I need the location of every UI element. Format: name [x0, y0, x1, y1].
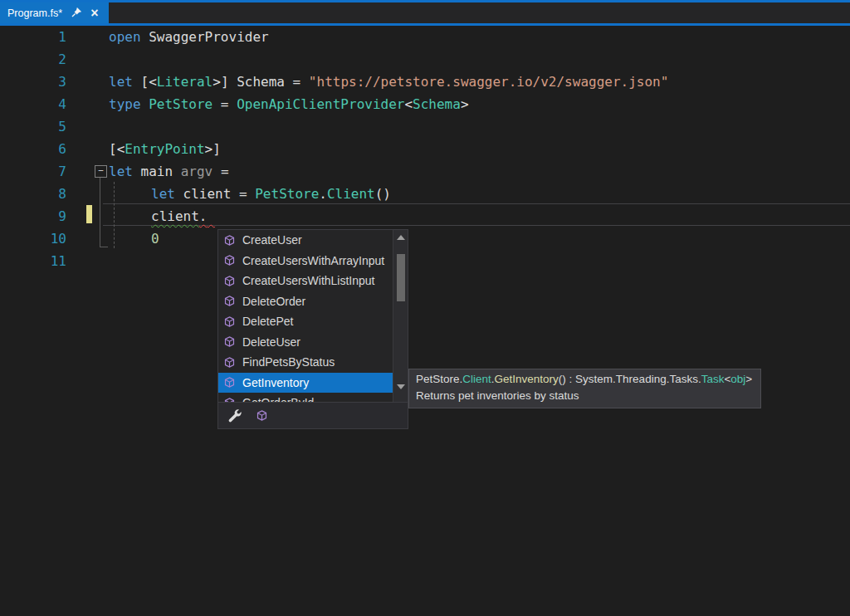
- completion-item-label: CreateUsersWithArrayInput: [242, 254, 384, 267]
- code-text: client.: [151, 205, 215, 227]
- line-number: 2: [0, 48, 66, 71]
- line-number: 5: [0, 115, 66, 138]
- code-line-6[interactable]: 6[<EntryPoint>]: [0, 138, 850, 160]
- code-text: 0: [151, 227, 159, 250]
- completion-list[interactable]: CreateUserCreateUsersWithArrayInputCreat…: [218, 230, 393, 402]
- code-token: [141, 96, 149, 112]
- wrench-icon[interactable]: [227, 408, 242, 423]
- code-token: () : System.Threading.Tasks.: [559, 373, 701, 385]
- code-token: [<: [133, 74, 157, 90]
- completion-item-GetOrderById[interactable]: GetOrderById: [218, 393, 393, 402]
- code-token: OpenApiClientProvider: [237, 96, 404, 112]
- code-token: let: [151, 186, 175, 202]
- tab-program-fs[interactable]: Program.fs* ×: [0, 2, 109, 23]
- code-token: let: [109, 74, 133, 90]
- intellisense-popup: CreateUserCreateUsersWithArrayInputCreat…: [217, 229, 408, 429]
- scroll-down-arrow-icon[interactable]: [397, 384, 405, 389]
- completion-item-label: CreateUsersWithListInput: [242, 274, 375, 287]
- completion-item-GetInventory[interactable]: GetInventory: [218, 373, 393, 394]
- code-line-10[interactable]: 100: [0, 227, 850, 250]
- line-number: 8: [0, 183, 66, 205]
- code-token: client: [151, 208, 199, 224]
- code-token: SwaggerProvider: [141, 29, 269, 45]
- method-cube-icon: [224, 377, 235, 388]
- code-token: =: [212, 164, 228, 179]
- code-text: let [<Literal>] Schema = "https://petsto…: [109, 71, 668, 93]
- code-line-11[interactable]: 11: [0, 250, 850, 272]
- completion-item-label: GetInventory: [242, 376, 309, 389]
- line-number: 11: [0, 250, 66, 272]
- code-token: [<: [109, 141, 125, 157]
- code-editor[interactable]: 1open SwaggerProvider23let [<Literal>] S…: [0, 26, 850, 616]
- code-line-1[interactable]: 1open SwaggerProvider: [0, 26, 850, 48]
- code-token: Schema: [413, 96, 461, 112]
- scrollbar-thumb[interactable]: [397, 254, 405, 301]
- code-token: PetStore: [149, 96, 212, 112]
- tooltip-description: Returns pet inventories by status: [416, 388, 752, 404]
- pin-icon[interactable]: [70, 7, 81, 19]
- code-token: >]: [212, 74, 237, 90]
- code-token: .: [199, 208, 208, 224]
- method-cube-icon: [224, 235, 235, 246]
- method-cube-icon: [224, 357, 235, 368]
- line-number: 3: [0, 71, 66, 93]
- code-line-7[interactable]: 7let main argv =: [0, 160, 850, 183]
- code-token: EntryPoint: [125, 141, 204, 157]
- code-line-3[interactable]: 3let [<Literal>] Schema = "https://petst…: [0, 71, 850, 93]
- tab-title: Program.fs*: [7, 7, 62, 19]
- method-cube-icon: [224, 255, 235, 266]
- code-token: type: [109, 96, 141, 112]
- completion-item-label: FindPetsByStatus: [242, 355, 335, 369]
- code-line-4[interactable]: 4type PetStore = OpenApiClientProvider<S…: [0, 93, 850, 115]
- close-icon[interactable]: ×: [89, 7, 100, 19]
- completion-item-label: DeleteUser: [242, 335, 300, 349]
- code-token: >]: [205, 141, 221, 157]
- code-token: "https://petstore.swagger.io/v2/swagger.…: [309, 74, 668, 90]
- code-token: PetStore.: [416, 373, 462, 385]
- tab-bar: Program.fs* ×: [0, 2, 850, 23]
- completion-item-label: DeleteOrder: [242, 295, 305, 308]
- code-text: let main argv =: [109, 160, 229, 183]
- code-token: let: [109, 164, 133, 179]
- code-token: .: [319, 186, 327, 202]
- code-token: obj: [730, 373, 745, 385]
- code-token: >: [745, 373, 752, 385]
- completion-item-label: CreateUser: [242, 233, 302, 247]
- code-token: Literal: [157, 74, 212, 90]
- code-token: open: [109, 29, 141, 45]
- code-token: Client: [327, 186, 375, 202]
- completion-item-label: DeletePet: [242, 315, 293, 328]
- method-cube-icon: [224, 336, 235, 347]
- scroll-up-arrow-icon[interactable]: [397, 235, 405, 240]
- code-text: [<EntryPoint>]: [109, 138, 221, 160]
- completion-item-DeletePet[interactable]: DeletePet: [218, 311, 393, 332]
- completion-scrollbar[interactable]: [393, 230, 408, 402]
- method-cube-icon[interactable]: [256, 410, 267, 421]
- line-number: 7: [0, 160, 66, 183]
- vs-editor-window: Program.fs* × 1open SwaggerProvider23let…: [0, 0, 850, 616]
- completion-item-FindPetsByStatus[interactable]: FindPetsByStatus: [218, 352, 393, 373]
- completion-item-DeleteOrder[interactable]: DeleteOrder: [218, 291, 393, 312]
- code-line-5[interactable]: 5: [0, 115, 850, 138]
- completion-item-label: GetOrderById: [242, 396, 314, 402]
- completion-item-CreateUsersWithArrayInput[interactable]: CreateUsersWithArrayInput: [218, 251, 393, 271]
- tooltip-signature: PetStore.Client.GetInventory() : System.…: [416, 371, 752, 388]
- code-line-9[interactable]: 9client.: [0, 205, 850, 227]
- code-line-8[interactable]: 8let client = PetStore.Client(): [0, 183, 850, 205]
- code-text: type PetStore = OpenApiClientProvider<Sc…: [109, 93, 469, 115]
- line-number: 10: [0, 227, 66, 250]
- quickinfo-tooltip: PetStore.Client.GetInventory() : System.…: [408, 369, 761, 408]
- completion-item-CreateUsersWithListInput[interactable]: CreateUsersWithListInput: [218, 271, 393, 291]
- completion-item-DeleteUser[interactable]: DeleteUser: [218, 332, 393, 353]
- line-number: 1: [0, 26, 66, 48]
- code-line-2[interactable]: 2: [0, 48, 850, 71]
- code-token: argv: [173, 164, 212, 179]
- code-text: let client = PetStore.Client(): [151, 183, 391, 205]
- code-token: 0: [151, 231, 159, 247]
- completion-item-CreateUser[interactable]: CreateUser: [218, 230, 393, 251]
- method-cube-icon: [224, 276, 235, 286]
- method-cube-icon: [224, 316, 235, 327]
- code-token: [207, 208, 215, 224]
- code-token: PetStore: [255, 186, 319, 202]
- fold-collapse-icon[interactable]: −: [95, 165, 107, 178]
